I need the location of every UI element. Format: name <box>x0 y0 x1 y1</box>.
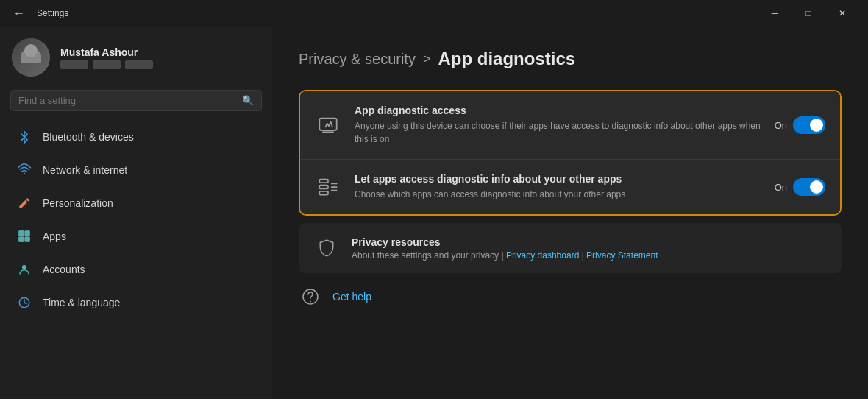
svg-rect-2 <box>25 231 30 236</box>
profile-name: Mustafa Ashour <box>60 46 153 58</box>
privacy-desc-about: About these settings and your privacy <box>352 250 499 261</box>
privacy-statement-link[interactable]: Privacy Statement <box>586 250 658 261</box>
sidebar: Mustafa Ashour 🔍 <box>0 27 272 399</box>
sidebar-item-accounts[interactable]: Accounts <box>4 253 268 286</box>
privacy-resources-desc: About these settings and your privacy | … <box>352 250 658 261</box>
privacy-shield-icon <box>313 235 340 261</box>
titlebar-left: ← Settings <box>9 5 68 21</box>
avatar <box>12 38 50 77</box>
titlebar: ← Settings ─ □ ✕ <box>0 0 868 27</box>
sidebar-item-personalization[interactable]: Personalization <box>4 187 268 219</box>
toggle-app-diagnostic[interactable] <box>793 116 825 134</box>
accounts-icon <box>16 261 32 278</box>
setting-text-let-apps: Let apps access diagnostic info about yo… <box>355 173 761 201</box>
sidebar-item-bluetooth[interactable]: Bluetooth & devices <box>4 121 268 153</box>
sidebar-nav: Bluetooth & devices Network & internet <box>0 120 272 319</box>
sidebar-item-time[interactable]: Time & language <box>4 286 268 319</box>
wifi-icon <box>16 162 32 178</box>
svg-rect-3 <box>19 237 24 242</box>
apps-icon <box>16 228 32 244</box>
sidebar-item-personalization-label: Personalization <box>43 197 113 209</box>
privacy-dashboard-link[interactable]: Privacy dashboard <box>506 250 579 261</box>
svg-rect-10 <box>319 191 328 195</box>
close-button[interactable]: ✕ <box>825 1 859 25</box>
sidebar-item-network[interactable]: Network & internet <box>4 154 268 186</box>
svg-rect-8 <box>319 180 328 183</box>
clock-icon <box>16 294 32 311</box>
svg-point-5 <box>22 265 26 269</box>
maximize-button[interactable]: □ <box>791 1 825 25</box>
toggle-thumb-app-diagnostic <box>810 119 823 132</box>
setting-control-app-diagnostic: On <box>775 116 825 134</box>
breadcrumb-separator: > <box>423 52 431 67</box>
sidebar-item-apps[interactable]: Apps <box>4 220 268 253</box>
back-button[interactable]: ← <box>9 5 29 21</box>
setting-desc-app-diagnostic: Anyone using this device can choose if t… <box>355 119 761 146</box>
setting-title-let-apps: Let apps access diagnostic info about yo… <box>355 173 761 185</box>
profile-sub-box-2 <box>93 60 121 69</box>
setting-card-app-diagnostic-access: App diagnostic access Anyone using this … <box>300 91 840 160</box>
sidebar-item-bluetooth-label: Bluetooth & devices <box>43 131 134 143</box>
minimize-button[interactable]: ─ <box>758 1 791 25</box>
sidebar-profile[interactable]: Mustafa Ashour <box>0 27 272 85</box>
setting-card-let-apps-access: Let apps access diagnostic info about yo… <box>300 160 840 214</box>
toggle-label-app-diagnostic: On <box>775 120 787 131</box>
breadcrumb: Privacy & security > App diagnostics <box>299 49 842 69</box>
main-layout: Mustafa Ashour 🔍 <box>0 27 868 399</box>
svg-point-0 <box>24 172 25 174</box>
setting-title-app-diagnostic: App diagnostic access <box>355 105 761 116</box>
setting-text-app-diagnostic: App diagnostic access Anyone using this … <box>355 105 761 146</box>
toggle-label-let-apps: On <box>775 182 787 193</box>
sidebar-item-accounts-label: Accounts <box>43 264 85 275</box>
sidebar-item-time-label: Time & language <box>43 297 120 308</box>
profile-sub <box>60 60 153 69</box>
profile-sub-box-3 <box>125 60 153 69</box>
svg-point-12 <box>310 301 311 303</box>
svg-rect-1 <box>19 231 24 236</box>
sidebar-item-apps-label: Apps <box>43 230 66 242</box>
privacy-resources-title: Privacy resources <box>352 236 658 248</box>
setting-control-let-apps: On <box>775 178 825 196</box>
svg-rect-4 <box>25 237 30 242</box>
profile-info: Mustafa Ashour <box>60 46 153 69</box>
search-icon: 🔍 <box>242 95 254 106</box>
search-container: 🔍 <box>0 85 272 120</box>
sidebar-item-network-label: Network & internet <box>43 164 127 176</box>
breadcrumb-parent: Privacy & security <box>299 51 416 68</box>
search-input[interactable] <box>18 95 236 106</box>
get-help-icon <box>299 285 322 308</box>
let-apps-icon <box>315 174 341 200</box>
personalization-icon <box>16 195 32 211</box>
breadcrumb-current: App diagnostics <box>438 49 575 69</box>
toggle-thumb-let-apps <box>810 180 823 194</box>
toggle-let-apps[interactable] <box>793 178 825 196</box>
titlebar-controls: ─ □ ✕ <box>758 1 859 25</box>
search-box[interactable]: 🔍 <box>10 90 262 111</box>
privacy-resources-text: Privacy resources About these settings a… <box>352 236 658 261</box>
profile-sub-box-1 <box>60 60 88 69</box>
get-help[interactable]: Get help <box>299 280 842 313</box>
svg-rect-9 <box>319 186 328 189</box>
get-help-label[interactable]: Get help <box>332 291 371 303</box>
titlebar-title: Settings <box>37 8 68 18</box>
highlighted-cards: App diagnostic access Anyone using this … <box>299 90 842 216</box>
bluetooth-icon <box>16 129 32 145</box>
diagnostic-access-icon <box>315 112 341 138</box>
content-area: Privacy & security > App diagnostics App… <box>272 27 868 399</box>
privacy-resources-card: Privacy resources About these settings a… <box>299 223 842 273</box>
setting-desc-let-apps: Choose which apps can access diagnostic … <box>355 188 761 201</box>
